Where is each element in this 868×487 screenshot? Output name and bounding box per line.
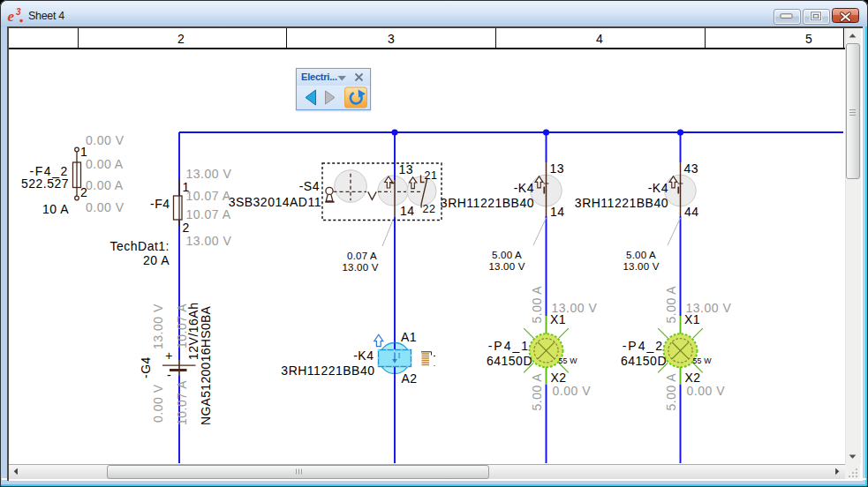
- svg-text:0.00 V: 0.00 V: [86, 133, 125, 147]
- svg-text:64150D: 64150D: [487, 354, 532, 368]
- svg-text:-P4_1: -P4_1: [488, 339, 530, 353]
- svg-text:A1: A1: [401, 330, 417, 344]
- svg-text:5.00 A: 5.00 A: [664, 373, 678, 411]
- svg-text:10.07 A: 10.07 A: [186, 189, 231, 203]
- svg-text:-K4: -K4: [514, 181, 534, 195]
- svg-text:22: 22: [423, 203, 436, 215]
- svg-text:0.00 V: 0.00 V: [553, 384, 592, 398]
- svg-text:-K4: -K4: [353, 348, 374, 363]
- svg-text:10.07 A: 10.07 A: [175, 303, 189, 348]
- svg-text:0.00 V: 0.00 V: [151, 384, 165, 423]
- svg-text:13.00 V: 13.00 V: [488, 261, 525, 272]
- svg-text:-F4: -F4: [150, 197, 170, 211]
- svg-text:2: 2: [183, 221, 190, 235]
- svg-text:21: 21: [425, 169, 438, 182]
- svg-text:13.00 V: 13.00 V: [686, 301, 732, 315]
- svg-text:10.07 A: 10.07 A: [175, 380, 189, 425]
- svg-text:13.00 V: 13.00 V: [623, 261, 659, 272]
- svg-text:NGA5120016HS0BA: NGA5120016HS0BA: [199, 305, 213, 425]
- svg-text:A2: A2: [402, 371, 418, 386]
- svg-text:5.00 A: 5.00 A: [664, 286, 678, 324]
- svg-text:0.07 A: 0.07 A: [347, 251, 377, 261]
- svg-text:13.00 V: 13.00 V: [552, 301, 598, 315]
- svg-text:13.00 V: 13.00 V: [186, 234, 232, 248]
- svg-text:43: 43: [684, 161, 699, 176]
- svg-text:3RH11221BB40: 3RH11221BB40: [281, 363, 374, 378]
- svg-text:I: I: [398, 351, 401, 360]
- svg-text:20 A: 20 A: [143, 253, 170, 267]
- svg-text:-P4_2: -P4_2: [623, 339, 664, 353]
- svg-text:3RH11221BB40: 3RH11221BB40: [441, 196, 534, 210]
- svg-text:0.00 A: 0.00 A: [86, 157, 124, 171]
- svg-text:3RH11221BB40: 3RH11221BB40: [575, 196, 668, 210]
- svg-text:5.00 A: 5.00 A: [530, 286, 544, 324]
- svg-text:5.00 A: 5.00 A: [492, 250, 522, 260]
- svg-text:14: 14: [550, 205, 565, 219]
- svg-text:13.00 V: 13.00 V: [151, 303, 165, 349]
- svg-text:55 W: 55 W: [693, 356, 713, 365]
- svg-text:10.07 A: 10.07 A: [186, 207, 231, 221]
- svg-text:522.527: 522.527: [21, 176, 69, 191]
- svg-text:0.00 V: 0.00 V: [687, 384, 726, 398]
- svg-text:13: 13: [399, 162, 414, 176]
- svg-text:TechDat1:: TechDat1:: [109, 239, 170, 253]
- svg-text:-S4: -S4: [299, 179, 320, 193]
- svg-text:-G4: -G4: [139, 356, 153, 378]
- svg-text:10 A: 10 A: [42, 202, 69, 216]
- svg-text:13.00 V: 13.00 V: [342, 262, 378, 273]
- svg-text:13.00 V: 13.00 V: [186, 167, 232, 181]
- svg-text:0.00 V: 0.00 V: [86, 200, 125, 214]
- svg-text:X2: X2: [685, 371, 701, 385]
- svg-text:44: 44: [684, 205, 699, 219]
- svg-text:-K4: -K4: [648, 181, 668, 195]
- svg-text:14: 14: [400, 204, 415, 218]
- svg-text:X2: X2: [551, 371, 567, 385]
- svg-text:5.00 A: 5.00 A: [530, 373, 544, 411]
- svg-text:-: -: [167, 368, 171, 382]
- svg-text:55 W: 55 W: [559, 356, 578, 365]
- svg-text:13: 13: [550, 161, 565, 176]
- svg-text:0.00 A: 0.00 A: [86, 178, 124, 192]
- svg-text:+: +: [165, 348, 173, 363]
- svg-text:3SB32014AD11: 3SB32014AD11: [229, 195, 321, 209]
- svg-text:5.00 A: 5.00 A: [626, 250, 656, 260]
- svg-text:64150D: 64150D: [621, 354, 667, 368]
